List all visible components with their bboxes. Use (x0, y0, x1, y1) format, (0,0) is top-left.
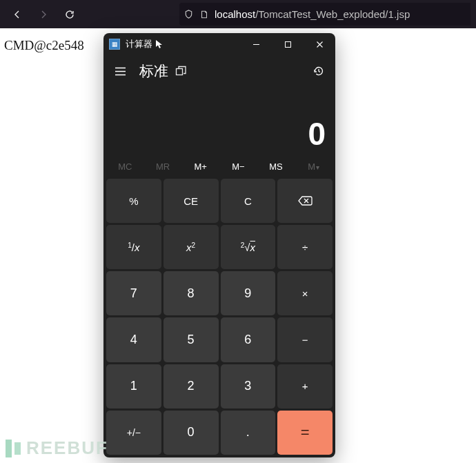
browser-toolbar: localhost/TomcatTest_Web_exploded/1.jsp (0, 0, 476, 28)
plus-key[interactable]: + (277, 364, 333, 408)
calculator-window: ▦ 计算器 标准 0 MC MR (103, 33, 335, 457)
decimal-key[interactable]: . (221, 411, 276, 455)
digit-8-key[interactable]: 8 (163, 271, 219, 315)
window-title: 计算器 (126, 38, 152, 50)
digit-2-key[interactable]: 2 (163, 364, 219, 408)
digit-6-key[interactable]: 6 (221, 317, 276, 362)
digit-5-key[interactable]: 5 (163, 317, 219, 362)
multiply-key[interactable]: × (277, 271, 333, 315)
cursor-icon (155, 39, 163, 49)
sqrt-key[interactable]: 2√x (221, 225, 276, 269)
minus-key[interactable]: − (277, 317, 333, 362)
nav-forward-button[interactable] (32, 4, 55, 25)
digit-9-key[interactable]: 9 (221, 271, 276, 315)
reciprocal-key[interactable]: 1/x (106, 225, 161, 269)
close-button[interactable] (304, 33, 335, 55)
watermark: REEBUF (6, 437, 108, 459)
maximize-button[interactable] (272, 33, 304, 55)
digit-4-key[interactable]: 4 (106, 317, 161, 362)
negate-key[interactable]: +/− (106, 411, 161, 455)
svg-rect-0 (285, 41, 290, 47)
shield-icon (184, 9, 194, 19)
ms-button[interactable]: MS (257, 161, 295, 172)
menu-button[interactable] (108, 59, 132, 83)
url-text: localhost/TomcatTest_Web_exploded/1.jsp (215, 8, 410, 20)
memory-row: MC MR M+ M− MS M▾ (103, 157, 335, 176)
ce-key[interactable]: CE (163, 179, 219, 223)
keep-on-top-button[interactable] (175, 66, 187, 77)
address-bar[interactable]: localhost/TomcatTest_Web_exploded/1.jsp (179, 3, 470, 26)
page-output-text: CMD@c2e548 (4, 38, 84, 53)
backspace-key[interactable] (277, 179, 333, 223)
nav-back-button[interactable] (6, 4, 29, 25)
digit-7-key[interactable]: 7 (106, 271, 161, 315)
c-key[interactable]: C (221, 179, 276, 223)
titlebar[interactable]: ▦ 计算器 (103, 33, 335, 55)
page-body: CMD@c2e548 ▦ 计算器 标准 (0, 28, 476, 463)
calculator-display: 0 (103, 84, 335, 157)
percent-key[interactable]: % (106, 179, 161, 223)
digit-1-key[interactable]: 1 (106, 364, 161, 408)
digit-0-key[interactable]: 0 (163, 411, 219, 455)
m-dropdown-button[interactable]: M▾ (295, 161, 333, 172)
keypad: % CE C 1/x x2 2√x ÷ 7 8 9 × 4 5 6 − 1 2 … (103, 176, 335, 457)
mc-button[interactable]: MC (106, 161, 144, 172)
equals-key[interactable]: = (277, 411, 333, 455)
minimize-button[interactable] (240, 33, 272, 55)
mode-label: 标准 (139, 61, 168, 81)
history-button[interactable] (306, 59, 331, 83)
divide-key[interactable]: ÷ (277, 225, 333, 269)
mr-button[interactable]: MR (144, 161, 182, 172)
svg-rect-1 (177, 68, 183, 75)
digit-3-key[interactable]: 3 (221, 364, 276, 408)
m-minus-button[interactable]: M− (219, 161, 257, 172)
square-key[interactable]: x2 (163, 225, 219, 269)
nav-reload-button[interactable] (58, 4, 81, 25)
mode-bar: 标准 (103, 55, 335, 84)
calculator-app-icon: ▦ (109, 39, 120, 50)
m-plus-button[interactable]: M+ (181, 161, 219, 172)
page-icon (199, 10, 209, 19)
